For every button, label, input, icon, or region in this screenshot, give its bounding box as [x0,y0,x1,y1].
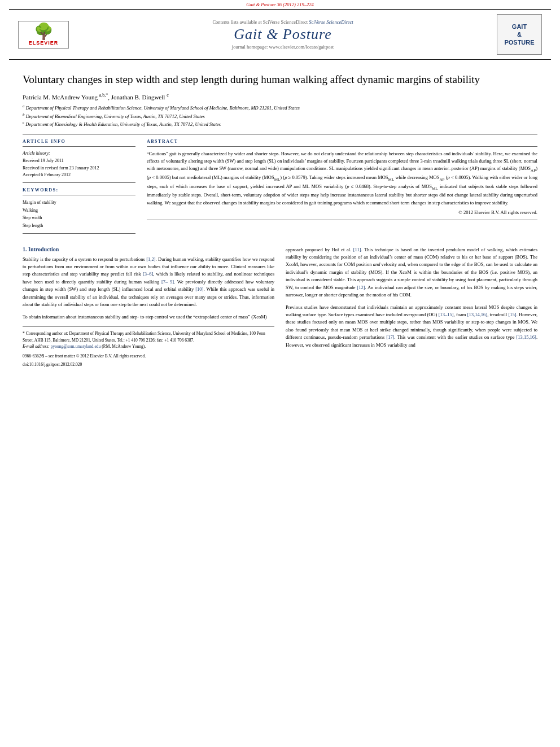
ref-13-14-16: [13,14,16] [467,312,487,317]
article-info-label: ARTICLE INFO [23,139,135,144]
received-revised-date: Received in revised form 23 January 2012 [23,165,99,171]
journal-header: 🌳 ELSEVIER Contents lists available at S… [9,9,551,60]
history-label: Article history: [23,151,50,156]
journal-title: Gait & Posture [78,26,488,43]
affiliations: a Department of Physical Therapy and Reh… [23,103,537,128]
issn-line: 0966-6362/$ – see front matter © 2012 El… [23,353,274,359]
ref-1-2: [1,2] [146,256,155,262]
ref-7-9: [7– 9] [161,279,174,285]
elsevier-text: ELSEVIER [29,40,59,46]
main-content: Voluntary changes in step width and step… [0,60,560,376]
body-section: 1. Introduction Stability is the capacit… [23,246,537,367]
keywords-list: Margin of stability Walking Step width S… [23,199,135,229]
keyword-2: Walking [23,208,38,213]
ref-13-15-16: [13,15,16] [516,334,536,340]
intro-paragraph-2: To obtain information about instantaneou… [23,313,274,321]
abstract-box: “Cautious” gait is generally characteriz… [147,146,537,220]
ref-3-6: [3–6] [143,271,153,277]
article-info-column: ARTICLE INFO Article history: Received 1… [23,139,135,238]
gait-posture-logo-text: GAIT&POSTURE [504,23,534,47]
elsevier-tree-icon: 🌳 [21,24,66,40]
intro-section-title: 1. Introduction [23,246,274,252]
accepted-date: Accepted 6 February 2012 [23,172,71,177]
right-para-2: Previous studies have demonstrated that … [286,304,537,350]
keywords-list-box: Margin of stability Walking Step width S… [23,195,135,233]
ref-13-15: [13–15] [439,312,454,317]
footnote-email: E-mail address: pyoung@som.umaryland.edu… [23,343,274,350]
elsevier-logo: 🌳 ELSEVIER [18,21,69,49]
body-right-column: approach proposed by Hof et al. [11]. Th… [286,246,537,367]
header-journal-ref: Gait & Posture 36 (2012) 219–224 [0,0,560,9]
sciverse-line: Contents lists available at SciVerse Sci… [78,19,488,25]
keyword-4: Step length [23,223,43,228]
article-history: Article history: Received 19 July 2011 R… [23,150,135,179]
doi-line: doi:10.1016/j.gaitpost.2012.02.020 [23,362,274,367]
keyword-3: Step width [23,215,42,220]
article-history-box: Article history: Received 19 July 2011 R… [23,146,135,183]
journal-center: Contents lists available at SciVerse Sci… [78,19,488,50]
ref-12: [12] [357,285,365,290]
ref-11: [11] [353,247,361,252]
right-para-1: approach proposed by Hof et al. [11]. Th… [286,246,537,299]
abstract-text: “Cautious” gait is generally characteriz… [147,150,537,216]
ref-10: [10] [195,286,203,292]
intro-paragraph-1: Stability is the capacity of a system to… [23,256,274,309]
ref-15: [15] [509,312,517,317]
journal-homepage: journal homepage: www.elsevier.com/locat… [78,44,488,50]
divider-1 [23,134,537,134]
keywords-box: Keywords: Margin of stability Walking St… [23,187,135,233]
gait-posture-logo: GAIT&POSTURE [497,14,542,55]
article-title: Voluntary changes in step width and step… [23,72,537,87]
body-left-column: 1. Introduction Stability is the capacit… [23,246,274,367]
keyword-1: Margin of stability [23,200,56,205]
article-info-abstract-section: ARTICLE INFO Article history: Received 1… [23,139,537,238]
ref-17: [17] [386,334,394,340]
sciverse-brand: SciVerse ScienceDirect [309,19,353,25]
abstract-label: ABSTRACT [147,139,537,144]
copyright-line: © 2012 Elsevier B.V. All rights reserved… [147,209,537,216]
footnote-star: * Corresponding author at: Department of… [23,330,274,343]
abstract-column: ABSTRACT “Cautious” gait is generally ch… [147,139,537,238]
keywords-label: Keywords: [23,187,135,193]
received-date: Received 19 July 2011 [23,158,64,163]
authors-line: Patricia M. McAndrew Young a,b,*, Jonath… [23,93,537,101]
footnote-section: * Corresponding author at: Department of… [23,326,274,367]
